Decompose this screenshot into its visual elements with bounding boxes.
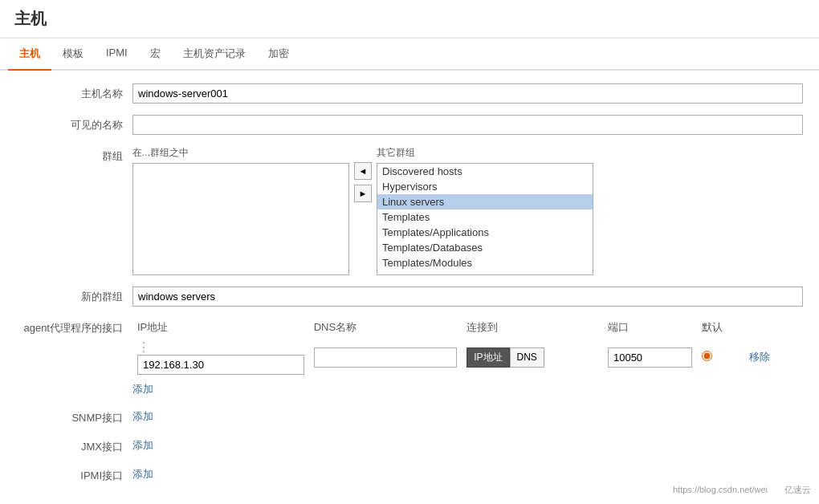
tab-host[interactable]: 主机: [8, 39, 51, 71]
other-groups-item[interactable]: Templates/Network Devices: [377, 270, 593, 275]
snmp-control: 添加: [132, 409, 803, 424]
agent-interfaces-row: agent代理程序的接口 IP地址 DNS名称 连接到 端口 默认: [16, 318, 803, 396]
iface-dns-cell: [309, 337, 462, 377]
ipmi-row: IPMI接口 添加: [16, 465, 803, 483]
ipmi-control: 添加: [132, 467, 803, 482]
other-groups-listbox[interactable]: Discovered hostsHypervisorsLinux servers…: [377, 163, 593, 275]
new-group-row: 新的群组: [16, 287, 803, 307]
other-groups-item[interactable]: Discovered hosts: [377, 164, 593, 179]
jmx-row: JMX接口 添加: [16, 437, 803, 454]
agent-add-link[interactable]: 添加: [132, 383, 153, 395]
snmp-add-link[interactable]: 添加: [132, 410, 153, 422]
ipmi-add-link[interactable]: 添加: [132, 468, 153, 480]
drag-handle-icon: ⋮: [137, 340, 150, 354]
table-row: ⋮ IP地址 DNS: [132, 337, 803, 377]
new-group-input[interactable]: [132, 287, 803, 307]
groups-label: 群组: [16, 146, 132, 164]
other-groups-item[interactable]: Templates: [377, 209, 593, 225]
iface-port-cell: [603, 337, 697, 377]
watermark2-text: 亿速云: [784, 484, 811, 496]
iface-remove-button[interactable]: 移除: [749, 350, 770, 364]
iface-default-radio[interactable]: [702, 351, 712, 361]
tab-encrypt[interactable]: 加密: [257, 39, 300, 71]
groups-control: 在...群组之中 ◄ ► 其它群组 Discovered hostsHyperv…: [132, 146, 803, 275]
col-port-header: 端口: [603, 318, 697, 337]
host-name-row: 主机名称: [16, 83, 803, 104]
main-content: 主机名称 可见的名称 群组 在...群组之中 ◄ ►: [0, 71, 819, 504]
iface-connect-cell: IP地址 DNS: [462, 337, 603, 377]
other-groups-item[interactable]: Templates/Applications: [377, 225, 593, 240]
host-name-control: [132, 83, 803, 104]
visible-name-input[interactable]: [132, 115, 803, 135]
watermark-text: https://blog.csdn.net/wei: [670, 483, 771, 496]
ipmi-label: IPMI接口: [16, 465, 132, 483]
other-groups-item[interactable]: Templates/Modules: [377, 255, 593, 270]
connect-ip-button[interactable]: IP地址: [467, 348, 509, 368]
host-name-input[interactable]: [132, 83, 803, 104]
groups-container: 在...群组之中 ◄ ► 其它群组 Discovered hostsHyperv…: [132, 146, 803, 275]
other-groups-item[interactable]: Hypervisors: [377, 179, 593, 194]
other-groups-box: 其它群组 Discovered hostsHypervisorsLinux se…: [377, 146, 593, 275]
visible-name-row: 可见的名称: [16, 115, 803, 135]
other-groups-label: 其它群组: [377, 146, 593, 160]
iface-default-cell: [697, 337, 744, 377]
snmp-label: SNMP接口: [16, 408, 132, 425]
page-header: 主机: [0, 0, 819, 39]
move-left-button[interactable]: ◄: [354, 162, 372, 180]
agent-add-wrapper: 添加: [132, 382, 803, 396]
agent-interfaces-control: IP地址 DNS名称 连接到 端口 默认 ⋮: [132, 318, 803, 396]
connect-dns-button[interactable]: DNS: [510, 348, 544, 368]
in-groups-label: 在...群组之中: [132, 146, 349, 160]
visible-name-control: [132, 115, 803, 135]
arrows-col: ◄ ►: [349, 162, 377, 202]
col-dns-header: DNS名称: [309, 318, 462, 337]
jmx-add-link[interactable]: 添加: [132, 439, 153, 451]
groups-row: 群组 在...群组之中 ◄ ► 其它群组 Discovered hostsHyp…: [16, 146, 803, 275]
jmx-label: JMX接口: [16, 437, 132, 454]
iface-remove-cell: 移除: [744, 337, 803, 377]
new-group-control: [132, 287, 803, 307]
interfaces-table: IP地址 DNS名称 连接到 端口 默认 ⋮: [132, 318, 803, 377]
col-connect-header: 连接到: [462, 318, 603, 337]
snmp-row: SNMP接口 添加: [16, 408, 803, 425]
agent-interfaces-label: agent代理程序的接口: [16, 318, 132, 335]
in-groups-box: 在...群组之中: [132, 146, 349, 275]
visible-name-label: 可见的名称: [16, 115, 132, 132]
jmx-control: 添加: [132, 438, 803, 453]
other-groups-item[interactable]: Linux servers: [377, 194, 593, 209]
new-group-label: 新的群组: [16, 287, 132, 304]
iface-ip-cell: ⋮: [132, 337, 309, 377]
tab-macro[interactable]: 宏: [139, 39, 172, 71]
iface-port-input[interactable]: [608, 348, 692, 368]
col-ip-header: IP地址: [132, 318, 309, 337]
host-name-label: 主机名称: [16, 83, 132, 101]
interfaces-header: IP地址 DNS名称 连接到 端口 默认: [132, 318, 803, 337]
tab-asset[interactable]: 主机资产记录: [172, 39, 257, 71]
tab-template[interactable]: 模板: [51, 39, 95, 71]
col-default-header: 默认: [697, 318, 744, 337]
other-groups-item[interactable]: Templates/Databases: [377, 240, 593, 255]
col-remove-header: [744, 318, 803, 337]
tab-ipmi[interactable]: IPMI: [95, 39, 139, 71]
iface-dns-input[interactable]: [314, 348, 457, 368]
tab-bar: 主机 模板 IPMI 宏 主机资产记录 加密: [0, 39, 819, 71]
move-right-button[interactable]: ►: [354, 185, 372, 202]
in-groups-listbox[interactable]: [132, 163, 349, 275]
connect-btns: IP地址 DNS: [467, 348, 598, 368]
page-title: 主机: [14, 8, 805, 30]
iface-ip-input[interactable]: [137, 355, 304, 375]
